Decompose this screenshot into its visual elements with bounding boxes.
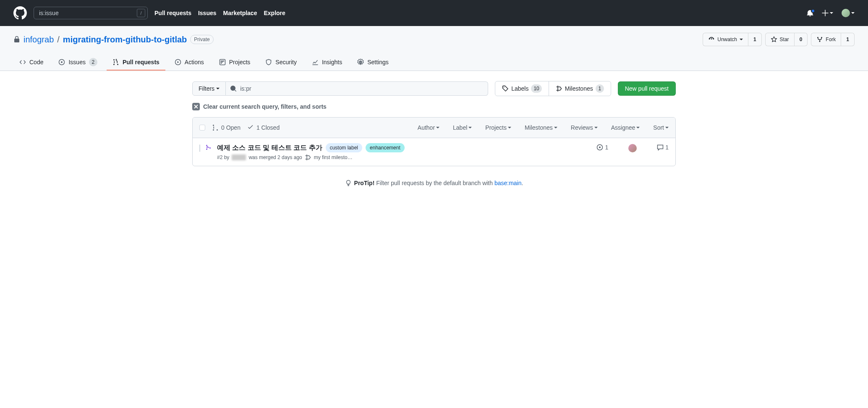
- tab-code[interactable]: Code: [13, 55, 49, 71]
- svg-point-6: [599, 146, 601, 148]
- nav-issues[interactable]: Issues: [198, 10, 217, 16]
- visibility-badge: Private: [190, 35, 213, 44]
- filter-sort[interactable]: Sort: [653, 124, 669, 131]
- avatar: [842, 9, 850, 17]
- new-pr-button[interactable]: New pull request: [618, 81, 676, 96]
- tab-actions[interactable]: Actions: [169, 55, 210, 71]
- filter-milestones[interactable]: Milestones: [525, 124, 557, 131]
- tab-insights[interactable]: Insights: [306, 55, 348, 71]
- nav-pulls[interactable]: Pull requests: [154, 10, 191, 16]
- fork-button[interactable]: Fork1: [811, 33, 855, 46]
- pr-title-link[interactable]: 예제 소스 코드 및 테스트 코드 추가: [217, 144, 322, 152]
- protip-link[interactable]: base:main: [494, 180, 522, 186]
- select-all-checkbox[interactable]: [199, 125, 205, 131]
- search-input[interactable]: [34, 7, 148, 19]
- closed-filter[interactable]: 1 Closed: [247, 124, 280, 131]
- github-logo[interactable]: [13, 6, 27, 20]
- unwatch-button[interactable]: Unwatch1: [703, 33, 761, 46]
- filters-button[interactable]: Filters: [192, 81, 226, 96]
- labels-button[interactable]: Labels10: [495, 81, 549, 96]
- star-button[interactable]: Star0: [765, 33, 808, 46]
- svg-point-1: [61, 61, 63, 63]
- comments[interactable]: 1: [657, 144, 669, 151]
- tab-settings[interactable]: Settings: [351, 55, 395, 71]
- notification-dot: [811, 9, 815, 13]
- open-filter[interactable]: 0 Open: [212, 124, 241, 131]
- nav-explore[interactable]: Explore: [264, 10, 285, 16]
- tab-pulls[interactable]: Pull requests: [107, 55, 165, 71]
- tab-issues[interactable]: Issues2: [52, 55, 103, 71]
- user-menu[interactable]: [842, 9, 855, 17]
- filter-projects[interactable]: Projects: [485, 124, 511, 131]
- close-icon: [192, 103, 200, 110]
- pr-row: 예제 소스 코드 및 테스트 코드 추가 custom label enhanc…: [193, 138, 675, 166]
- svg-point-4: [504, 87, 505, 88]
- pr-label[interactable]: custom label: [326, 143, 362, 152]
- tab-projects[interactable]: Projects: [213, 55, 256, 71]
- milestones-button[interactable]: Milestones1: [549, 81, 611, 96]
- assignee-avatar[interactable]: [628, 144, 637, 152]
- separator: /: [57, 35, 60, 44]
- global-search: /: [34, 7, 148, 19]
- pr-search-input[interactable]: [226, 81, 488, 96]
- slash-hint: /: [137, 9, 145, 17]
- nav-marketplace[interactable]: Marketplace: [223, 10, 257, 16]
- repo-name[interactable]: migrating-from-github-to-gitlab: [63, 35, 187, 44]
- protip: ProTip! Filter pull requests by the defa…: [192, 180, 676, 186]
- merged-icon: [205, 143, 212, 161]
- pr-subtitle: #2 by ████ was merged 2 days ago my firs…: [217, 154, 591, 161]
- filter-author[interactable]: Author: [418, 124, 439, 131]
- filter-reviews[interactable]: Reviews: [571, 124, 598, 131]
- filter-assignee[interactable]: Assignee: [611, 124, 640, 131]
- pr-label[interactable]: enhancement: [366, 143, 405, 152]
- tab-security[interactable]: Security: [259, 55, 303, 71]
- clear-filters[interactable]: Clear current search query, filters, and…: [192, 103, 676, 110]
- repo-owner[interactable]: infograb: [24, 35, 54, 44]
- filter-label[interactable]: Label: [453, 124, 472, 131]
- row-checkbox[interactable]: [199, 144, 200, 152]
- create-menu[interactable]: [822, 10, 833, 16]
- notifications-icon[interactable]: [807, 10, 813, 16]
- linked-issues[interactable]: 1: [596, 144, 608, 151]
- lock-icon: [13, 36, 20, 43]
